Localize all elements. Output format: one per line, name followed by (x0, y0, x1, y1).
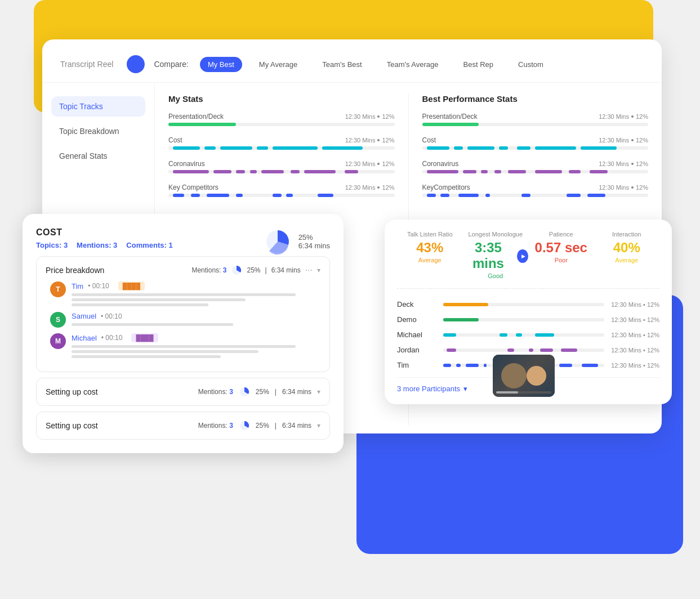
stat-label-interaction: Interaction (594, 231, 660, 238)
setting-name-1: Setting up cost (46, 387, 98, 396)
stat-item-key-competitors-best: KeyCompetitors 12:30 Mins 12% (422, 184, 649, 197)
compare-btn-custom[interactable]: Custom (510, 57, 551, 72)
stat-desc-patience: Poor (528, 257, 594, 263)
stat-name: Presentation/Deck (422, 113, 478, 120)
mention-lines-tim: Tim • 00:10 ████ (72, 281, 320, 306)
setting-mentions-2: Mentions: 3 (198, 422, 233, 430)
comments-label: Comments: 1 (126, 241, 172, 249)
stat-name: Cost (422, 136, 436, 144)
participant-meta-deck: 12:30 Mins • 12% (611, 301, 659, 308)
stat-desc-interaction: Average (594, 257, 660, 263)
breakdown-item-price: Price breakdown Mentions: 3 25% | 6:34 m… (36, 256, 330, 372)
track-bar (422, 170, 649, 173)
mention-tag-tim: ████ (118, 281, 145, 290)
stat-monologue: Longest Monologue 3:35 mins Good (463, 231, 529, 279)
mentions-count: 3 (113, 241, 117, 249)
stat-value-interaction: 40% (594, 240, 660, 256)
more-participants-text: 3 more Participants (397, 385, 460, 393)
stat-item-coronavirus-best: Coronavirus 12:30 Mins 12% (422, 160, 649, 173)
participant-name-tim: Tim (397, 361, 436, 369)
stat-meta: 12:30 Mins 12% (599, 184, 648, 191)
stat-label-monologue: Longest Monologue (468, 231, 523, 238)
mention-michael: M Michael • 00:10 ████ (46, 333, 320, 358)
chevron-down-icon-1[interactable]: ▾ (317, 388, 320, 396)
track-bar (168, 194, 395, 197)
video-progress-bar (496, 391, 551, 394)
separator: | (265, 266, 267, 274)
setting-item-1: Setting up cost Mentions: 3 25% | 6:34 m… (36, 378, 330, 406)
sidebar-item-topic-breakdown[interactable]: Topic Breakdown (51, 121, 145, 141)
mention-time-samuel: • 00:10 (101, 312, 122, 320)
stat-name: Cost (168, 136, 182, 144)
track-bar (168, 170, 395, 173)
play-button[interactable] (517, 249, 528, 263)
setting-sep-1: | (275, 388, 277, 396)
stat-meta: 12:30 Mins 12% (345, 184, 395, 191)
participant-track-jordan (443, 348, 604, 352)
stat-item-presentation: Presentation/Deck 12:30 Mins 12% (168, 113, 395, 126)
participant-track-michael (443, 333, 604, 337)
avatar-samuel: S (50, 312, 66, 328)
breakdown-mentions-count: 3 (223, 266, 227, 274)
breakdown-mentions: Mentions: 3 (191, 266, 226, 274)
stat-item-cost: Cost 12:30 Mins 12% (168, 136, 395, 150)
cost-pie-area: 25% 6:34 mins (264, 227, 330, 256)
avatar-michael: M (50, 333, 66, 349)
breakdown-header: Price breakdown Mentions: 3 25% | 6:34 m… (46, 265, 320, 276)
stat-value-monologue: 3:35 mins (463, 240, 514, 271)
compare-btn-teams-best[interactable]: Team's Best (314, 57, 369, 72)
mention-name-tim: Tim (72, 282, 83, 290)
video-face-2 (527, 366, 546, 386)
sidebar-item-topic-tracks[interactable]: Topic Tracks (51, 96, 145, 117)
breakdown-duration: 6:34 mins (271, 266, 301, 274)
mention-lines-michael: Michael • 00:10 ████ (72, 333, 320, 358)
compare-btn-my-average[interactable]: My Average (251, 57, 305, 72)
track-bar (168, 123, 395, 126)
setting-duration-2: 6:34 mins (282, 422, 311, 430)
cost-meta: Topics: 3 Mentions: 3 Comments: 1 (36, 241, 173, 249)
grey-line (72, 350, 258, 353)
stat-name: Presentation/Deck (168, 113, 224, 120)
stat-item-presentation-best: Presentation/Deck 12:30 Mins 12% (422, 113, 649, 126)
participant-meta-jordan: 12:30 Mins • 12% (611, 347, 659, 354)
chevron-down-icon[interactable]: ▾ (317, 266, 320, 274)
compare-btn-my-best[interactable]: My Best (200, 57, 242, 72)
video-thumbnail[interactable] (493, 355, 555, 397)
pie-chart-icon (264, 227, 292, 256)
mention-tag-michael: ████ (131, 333, 158, 342)
setting-pie-icon-2 (239, 420, 250, 431)
stat-value-patience: 0.57 sec (528, 240, 594, 256)
compare-circle-icon (127, 55, 145, 73)
participant-jordan: Jordan 12:30 Mins • 12% (397, 346, 659, 354)
pie-stats: 25% 6:34 mins (298, 233, 330, 250)
video-progress-fill (496, 391, 518, 394)
track-bar (168, 146, 395, 150)
participant-deck: Deck 12:30 Mins • 12% (397, 300, 659, 309)
cost-card: COST Topics: 3 Mentions: 3 Comments: 1 2… (23, 214, 344, 453)
setting-pct-1: 25% (256, 388, 269, 396)
mentions-label: Mentions: 3 (77, 241, 117, 249)
participant-name-demo: Demo (397, 315, 436, 324)
stat-patience: Patience 0.57 sec Poor (528, 231, 594, 279)
setting-duration-1: 6:34 mins (282, 388, 311, 396)
participant-track-demo (443, 318, 604, 321)
compare-label: Compare: (154, 60, 188, 69)
track-bar (422, 146, 649, 150)
setting-mentions-1: Mentions: 3 (198, 388, 233, 396)
breakdown-pie-icon (231, 265, 242, 276)
cost-header: COST Topics: 3 Mentions: 3 Comments: 1 (36, 227, 173, 249)
compare-btn-best-rep[interactable]: Best Rep (456, 57, 501, 72)
grey-line (72, 303, 208, 306)
stat-meta: 12:30 Mins 12% (345, 160, 395, 167)
sidebar-item-general-stats[interactable]: General Stats (51, 146, 145, 166)
stat-value-talk-listen: 43% (397, 240, 463, 256)
video-inner (493, 355, 555, 397)
compare-btn-teams-average[interactable]: Team's Average (379, 57, 447, 72)
stat-label-talk-listen: Talk Listen Ratio (397, 231, 463, 238)
pie-duration: 6:34 mins (298, 242, 330, 250)
chevron-down-icon-2[interactable]: ▾ (317, 422, 320, 430)
grey-line (72, 355, 221, 358)
dots-menu[interactable]: ··· (305, 265, 313, 275)
participant-name-jordan: Jordan (397, 346, 436, 354)
grey-line (72, 345, 296, 348)
